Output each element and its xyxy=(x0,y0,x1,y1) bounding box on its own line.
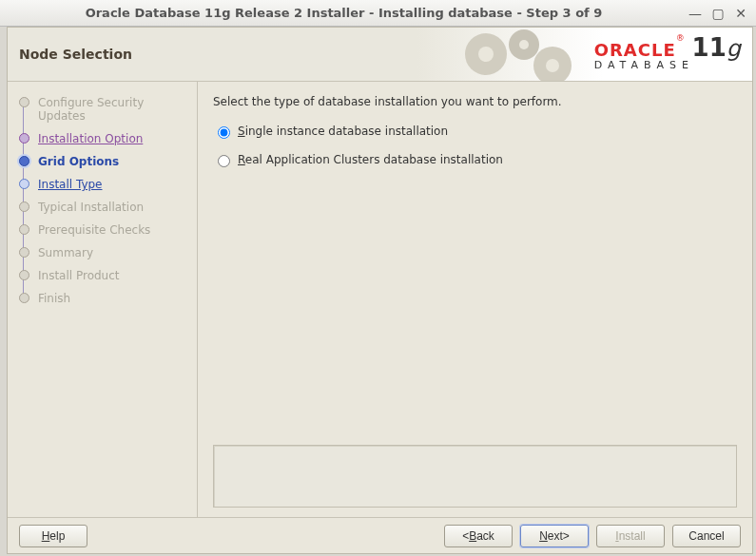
wizard-step[interactable]: Install Type xyxy=(17,173,189,196)
wizard-step: Finish xyxy=(17,287,189,310)
button-text: ext xyxy=(548,529,563,543)
back-button[interactable]: < Back xyxy=(444,525,513,547)
wizard-header: Node Selection ORACLE® 11g DATABASE xyxy=(8,28,752,82)
status-pane xyxy=(213,445,737,508)
radio-mnemonic: S xyxy=(238,125,245,138)
instruction-text: Select the type of database installation… xyxy=(213,95,737,108)
radio-text: ingle instance database installation xyxy=(245,125,448,138)
oracle-logo: ORACLE® 11g DATABASE xyxy=(594,33,741,71)
button-text: Cancel xyxy=(688,529,724,543)
cancel-button[interactable]: Cancel xyxy=(672,525,741,547)
button-mnemonic: N xyxy=(539,529,548,543)
wizard-step: Summary xyxy=(17,241,189,264)
window-title: Oracle Database 11g Release 2 Installer … xyxy=(8,6,680,20)
svg-point-5 xyxy=(546,59,559,72)
maximize-icon[interactable]: ▢ xyxy=(710,6,726,21)
help-button[interactable]: Help xyxy=(19,525,87,547)
wizard-footer: Help < Back Next > Install Cancel xyxy=(8,517,752,553)
close-icon[interactable]: ✕ xyxy=(733,6,748,21)
installer-frame: Node Selection ORACLE® 11g DATABASE Conf… xyxy=(7,27,753,554)
radio-rac-input[interactable] xyxy=(218,155,230,167)
button-text: elp xyxy=(49,529,65,543)
radio-rac[interactable]: Real Application Clusters database insta… xyxy=(213,152,737,167)
radio-text: eal Application Clusters database instal… xyxy=(245,153,503,166)
button-mnemonic: H xyxy=(42,529,50,543)
logo-brand: ORACLE xyxy=(594,40,676,60)
radio-single-instance[interactable]: Single instance database installation xyxy=(213,124,737,139)
wizard-step: Grid Options xyxy=(17,150,189,173)
wizard-step: Prerequisite Checks xyxy=(17,219,189,241)
button-text: nstall xyxy=(619,529,646,543)
button-text: ack xyxy=(476,529,494,543)
radio-mnemonic: R xyxy=(238,153,245,166)
radio-single-instance-input[interactable] xyxy=(218,126,230,139)
svg-point-3 xyxy=(519,40,529,49)
wizard-steps-sidebar: Configure Security UpdatesInstallation O… xyxy=(8,82,198,517)
next-button[interactable]: Next > xyxy=(520,525,589,547)
logo-version-num: 11 xyxy=(692,33,727,62)
wizard-step: Configure Security Updates xyxy=(17,91,189,127)
gear-decoration xyxy=(457,28,581,81)
window-titlebar: Oracle Database 11g Release 2 Installer … xyxy=(0,0,756,27)
logo-version-g: g xyxy=(727,35,741,62)
wizard-step[interactable]: Installation Option xyxy=(17,127,189,150)
button-mnemonic: B xyxy=(469,529,476,543)
install-button: Install xyxy=(596,525,665,547)
page-title: Node Selection xyxy=(19,47,132,62)
wizard-step: Typical Installation xyxy=(17,196,189,219)
minimize-icon[interactable]: — xyxy=(688,6,703,21)
svg-point-1 xyxy=(478,47,494,62)
wizard-step: Install Product xyxy=(17,264,189,287)
wizard-content: Select the type of database installation… xyxy=(198,82,752,517)
